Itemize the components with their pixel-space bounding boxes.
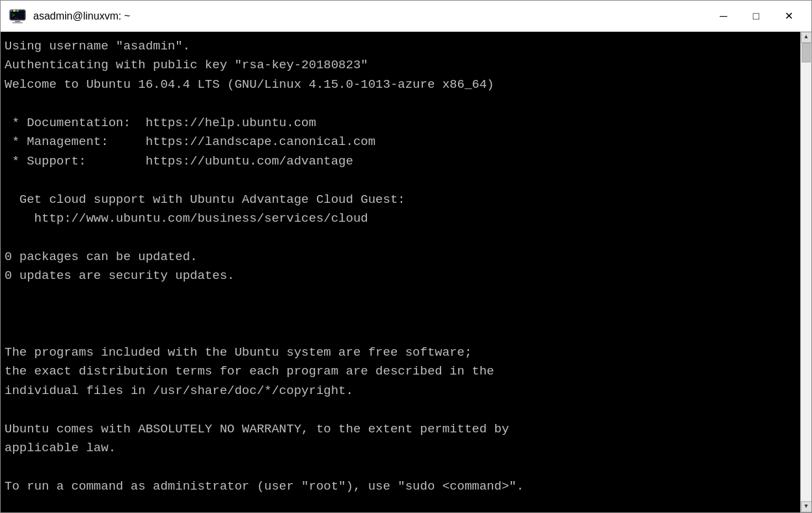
terminal-window: >_ asadmin@linuxvm: ~ ─ □ ✕ Using userna… <box>0 0 812 513</box>
title-bar: >_ asadmin@linuxvm: ~ ─ □ ✕ <box>1 1 811 32</box>
terminal-icon: >_ <box>8 7 27 25</box>
svg-rect-6 <box>13 10 16 12</box>
scroll-track[interactable] <box>801 43 811 501</box>
svg-rect-4 <box>12 22 23 23</box>
scrollbar[interactable]: ▲ ▼ <box>800 32 811 512</box>
scroll-down-arrow[interactable]: ▼ <box>801 501 812 512</box>
minimize-button[interactable]: ─ <box>709 6 738 27</box>
svg-rect-7 <box>16 10 19 12</box>
scroll-thumb[interactable] <box>802 43 811 62</box>
terminal-content: Using username "asadmin". Authenticating… <box>5 37 807 497</box>
maximize-button[interactable]: □ <box>741 6 771 27</box>
title-bar-buttons: ─ □ ✕ <box>709 6 804 27</box>
svg-rect-5 <box>10 10 12 12</box>
close-button[interactable]: ✕ <box>774 6 804 27</box>
svg-text:>_: >_ <box>12 12 18 18</box>
title-text: asadmin@linuxvm: ~ <box>33 10 130 22</box>
title-bar-left: >_ asadmin@linuxvm: ~ <box>8 7 130 25</box>
scroll-up-arrow[interactable]: ▲ <box>801 32 812 43</box>
svg-rect-3 <box>15 21 20 22</box>
terminal-body[interactable]: Using username "asadmin". Authenticating… <box>1 32 811 512</box>
